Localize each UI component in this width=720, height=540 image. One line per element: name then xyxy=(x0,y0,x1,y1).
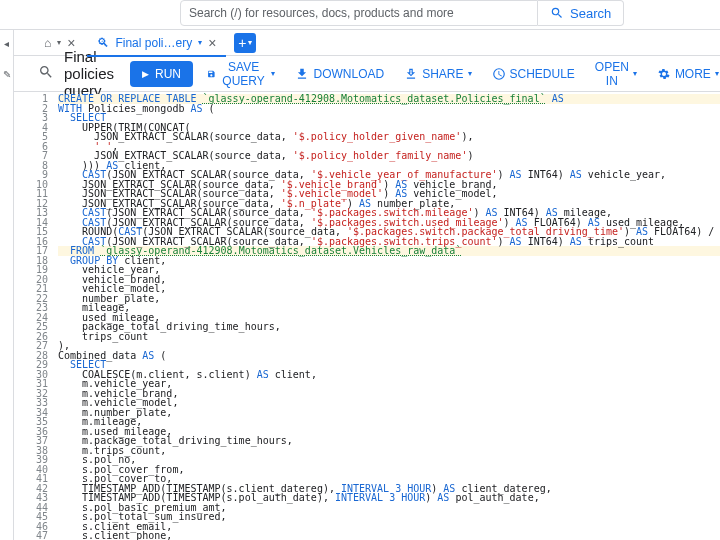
toolbar: Final policies query RUN SAVE QUERY▾ DOW… xyxy=(14,56,720,92)
save-icon xyxy=(207,67,216,81)
magnify-icon: 🔍︎ xyxy=(97,36,109,50)
search-button-label: Search xyxy=(570,6,611,21)
search-icon xyxy=(550,6,564,20)
global-search-input[interactable] xyxy=(180,0,538,26)
tab-home[interactable]: ⌂ ▾ × xyxy=(34,30,85,56)
left-rail: ◂ ✎ xyxy=(0,30,14,540)
close-icon[interactable]: × xyxy=(208,35,216,51)
tab-query-active[interactable]: 🔍︎ Final poli…ery ▾ × xyxy=(87,30,226,56)
line-gutter: 1234567891011121314151617181920212223242… xyxy=(14,92,54,540)
code-area[interactable]: CREATE OR REPLACE TABLE `glassy-operand-… xyxy=(54,92,720,540)
share-button[interactable]: SHARE▾ xyxy=(398,61,477,87)
tabs-row: ⌂ ▾ × 🔍︎ Final poli…ery ▾ × +▾ xyxy=(14,30,720,56)
download-icon xyxy=(295,67,309,81)
run-button[interactable]: RUN xyxy=(130,61,193,87)
query-magnify-icon xyxy=(38,64,54,83)
close-icon[interactable]: × xyxy=(67,35,75,51)
more-button[interactable]: MORE▾ xyxy=(651,61,720,87)
schedule-button[interactable]: SCHEDULE xyxy=(486,61,581,87)
new-tab-button[interactable]: +▾ xyxy=(234,33,256,53)
save-query-button[interactable]: SAVE QUERY▾ xyxy=(201,61,281,87)
rail-pencil-icon[interactable]: ✎ xyxy=(3,69,11,80)
plus-icon: + xyxy=(238,35,246,51)
open-in-button[interactable]: OPEN IN▾ xyxy=(589,61,643,87)
download-button[interactable]: DOWNLOAD xyxy=(289,61,390,87)
clock-icon xyxy=(492,67,506,81)
global-search-button[interactable]: Search xyxy=(538,0,624,26)
tab-label: Final poli…ery xyxy=(115,36,192,50)
sql-editor[interactable]: 1234567891011121314151617181920212223242… xyxy=(14,92,720,540)
rail-collapse-icon[interactable]: ◂ xyxy=(4,38,9,49)
gear-icon xyxy=(657,67,671,81)
share-icon xyxy=(404,67,418,81)
home-icon: ⌂ xyxy=(44,36,51,50)
